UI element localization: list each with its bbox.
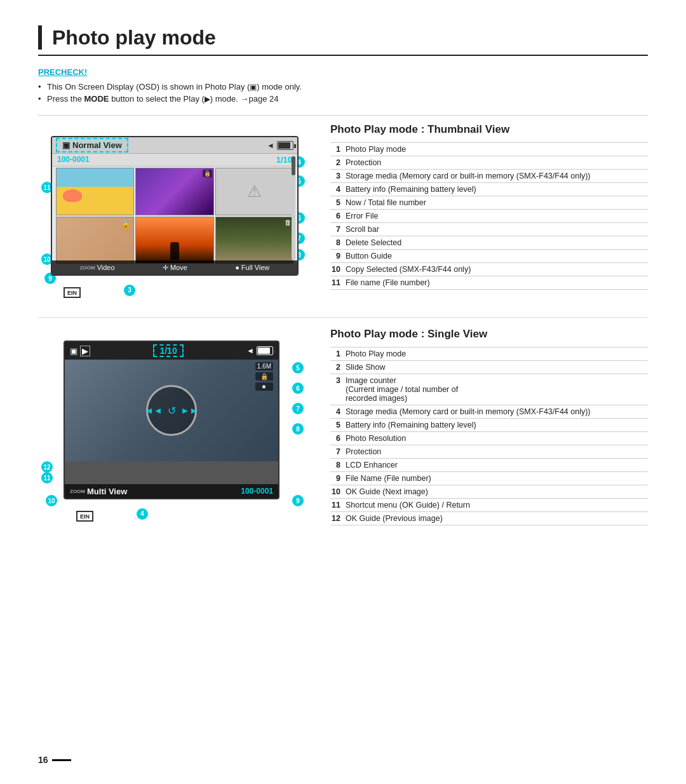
text-10: Copy Selected (SMX-F43/F44 only)	[346, 265, 471, 274]
single-info-col: Photo Play mode : Single View 1Photo Pla…	[330, 328, 648, 525]
move-icon: ✛	[163, 264, 168, 272]
text-9: Button Guide	[346, 252, 392, 260]
zoom-video: ZOOM Video	[80, 264, 115, 271]
s-num-6: 6	[330, 434, 340, 443]
s-num-5: 5	[330, 421, 340, 429]
s-callout-8: 8	[292, 423, 304, 435]
s-text-10: OK Guide (Next image)	[346, 487, 428, 496]
thumb-list-item-10: 10Copy Selected (SMX-F43/F44 only)	[330, 263, 648, 276]
s-text-9: File Name (File number)	[346, 474, 431, 483]
text-7: Scroll bar	[346, 225, 379, 234]
file-info-bar: 100-0001 1/10	[52, 154, 297, 166]
precheck-label: PRECHECK!	[38, 67, 648, 77]
single-bottom-bar: ZOOM Multi View 100-0001	[65, 484, 278, 498]
zoom-label-1: ZOOM	[80, 265, 95, 271]
normal-view-box: ▣ Normal View	[56, 138, 128, 152]
protect-icon-4: 🔒	[119, 219, 132, 229]
single-list-item-6: 6Photo Resolution	[330, 432, 648, 445]
s-text-4: Storage media (Memory card or built-in m…	[346, 407, 591, 416]
lcd-enhance-icon: ★	[255, 382, 273, 391]
thumbnail-section: 1 2 3 4 5 6 7 8 9 10 11 ▣ Normal View	[38, 123, 648, 298]
thumb-list-item-3: 3Storage media (Memory card or built-in …	[330, 170, 648, 183]
num-9: 9	[330, 252, 340, 260]
single-list-item-1: 1Photo Play mode	[330, 347, 648, 361]
warning-icon: ⚠	[247, 182, 262, 201]
move-label: Move	[170, 264, 187, 271]
arrow-left-single: ◄	[246, 346, 254, 355]
s-text-7: Protection	[346, 447, 381, 456]
page-number-area: 16	[38, 755, 71, 765]
single-top-right: ◄	[246, 346, 273, 355]
multi-view-label: Multi View	[87, 487, 127, 496]
num-1: 1	[330, 145, 340, 154]
text-3: Storage media (Memory card or built-in m…	[346, 172, 591, 180]
single-list-item-5: 5Battery info (Remaining battery level)	[330, 419, 648, 432]
single-diagram-col: 1 2 3 4 5 6 7 8 9 10 11 12 ▣ ▶ 1	[38, 328, 311, 522]
file-name-bottom: 100-0001	[241, 487, 273, 496]
scroll-thumb	[292, 156, 295, 175]
scroll-bar[interactable]	[292, 156, 295, 260]
thumbnail-grid: 🔒 ⚠ 🔒 🗑	[52, 166, 297, 265]
thumb-list-item-7: 7Scroll bar	[330, 223, 648, 236]
thumb-6: 🗑	[215, 217, 293, 264]
s-callout-12: 12	[41, 461, 53, 473]
s-text-8: LCD Enhancer	[346, 461, 398, 470]
s-num-10: 10	[330, 487, 340, 496]
single-list-item-12: 12OK Guide (Previous image)	[330, 512, 648, 525]
num-6: 6	[330, 212, 340, 220]
move-item: ✛ Move	[163, 264, 187, 272]
single-list-item-8: 8LCD Enhancer	[330, 459, 648, 472]
single-section-heading: Photo Play mode : Single View	[330, 328, 648, 341]
thumb-list-item-11: 11File name (File number)	[330, 276, 648, 290]
page-number-line	[52, 759, 71, 761]
s-callout-5: 5	[292, 362, 304, 374]
memory-indicator-row: EIN 3	[51, 282, 311, 298]
next-icon: ►►	[181, 405, 199, 416]
s-num-7: 7	[330, 447, 340, 456]
nav-control-wheel[interactable]: ◄◄ ↺ ►►	[146, 385, 197, 436]
num-4: 4	[330, 185, 340, 194]
title-bar-decoration	[38, 25, 42, 50]
single-memory-row: EIN 4	[64, 506, 311, 522]
slide-show-icon: ▶	[80, 346, 90, 356]
thumbnail-screen: ▣ Normal View ◄ 100-0001 1/10	[51, 136, 299, 276]
circle-icon: ●	[235, 264, 239, 271]
file-counter: 1/10	[276, 155, 292, 165]
thumb-list-item-8: 8Delete Selected	[330, 236, 648, 250]
s-text-1: Photo Play mode	[346, 349, 406, 358]
s-num-2: 2	[330, 363, 340, 372]
arrow-left-icon: ◄	[267, 141, 274, 150]
callout-3b: 3	[124, 285, 135, 296]
num-10: 10	[330, 265, 340, 274]
battery-fill	[278, 142, 290, 149]
thumb-3: ⚠	[215, 168, 293, 215]
s-num-11: 11	[330, 501, 340, 510]
thumbnail-num-list: 1Photo Play mode 2Protection 3Storage me…	[330, 142, 648, 290]
title-text: Photo play mode	[52, 26, 216, 50]
text-1: Photo Play mode	[346, 145, 406, 154]
text-8: Delete Selected	[346, 238, 401, 247]
single-bottom-left: ZOOM Multi View	[70, 487, 127, 496]
thumb-5	[135, 217, 213, 264]
s-callout-6: 6	[292, 382, 304, 394]
num-5: 5	[330, 198, 340, 207]
thumbnail-diagram-col: 1 2 3 4 5 6 7 8 9 10 11 ▣ Normal View	[38, 123, 311, 298]
counter-box: 1/10	[153, 344, 183, 357]
mode-label: Normal View	[72, 140, 122, 150]
page-title-section: Photo play mode	[38, 25, 648, 56]
s-text-5: Battery info (Remaining battery level)	[346, 421, 476, 429]
single-top-bar: ▣ ▶ 1/10 ◄	[65, 342, 278, 360]
s-text-2: Slide Show	[346, 363, 386, 372]
section-divider-top	[38, 115, 648, 116]
s-callout-11: 11	[41, 472, 53, 483]
full-view-label: Full View	[241, 264, 269, 271]
s-num-8: 8	[330, 461, 340, 470]
s-num-12: 12	[330, 514, 340, 523]
s-num-3: 3	[330, 376, 340, 385]
single-list-item-9: 9File Name (File number)	[330, 472, 648, 485]
battery-indicator	[277, 141, 293, 150]
s-callout-9: 9	[292, 495, 304, 506]
s-num-9: 9	[330, 474, 340, 483]
text-2: Protection	[346, 158, 381, 167]
full-view-item: ● Full View	[235, 264, 269, 271]
